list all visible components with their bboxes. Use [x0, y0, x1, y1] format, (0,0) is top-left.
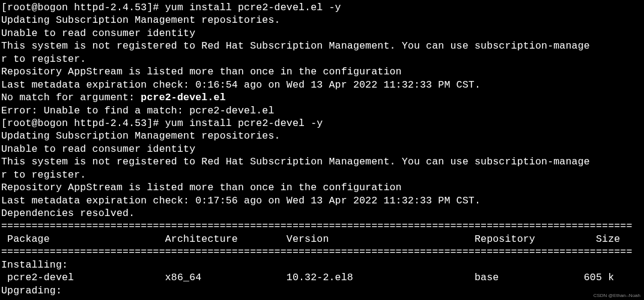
- table-divider: ========================================…: [1, 220, 643, 232]
- prompt-prefix: [root@bogon httpd-2.4.53]#: [1, 118, 165, 129]
- nomatch-text: No match for argument:: [1, 92, 141, 103]
- nomatch-arg: pcre2-devel.el: [141, 92, 225, 103]
- command-text: yum install pcre2-devel.el -y: [165, 2, 341, 13]
- output-line: Repository AppStream is listed more than…: [1, 65, 643, 78]
- output-line: r to register.: [1, 169, 643, 181]
- output-line: Updating Subscription Management reposit…: [1, 14, 643, 26]
- output-line: Unable to read consumer identity: [1, 27, 643, 40]
- output-line: Dependencies resolved.: [1, 207, 643, 220]
- table-row: pcre2-devel x86_64 10.32-2.el8 base 605 …: [1, 271, 643, 284]
- output-line: Updating Subscription Management reposit…: [1, 130, 643, 142]
- output-line: Error: Unable to find a match: pcre2-dev…: [1, 104, 643, 117]
- prompt-line-1: [root@bogon httpd-2.4.53]# yum install p…: [1, 1, 643, 14]
- output-line: Last metadata expiration check: 0:17:56 …: [1, 194, 643, 207]
- output-line: r to register.: [1, 53, 643, 65]
- output-line: Repository AppStream is listed more than…: [1, 181, 643, 194]
- output-line: This system is not registered to Red Hat…: [1, 155, 643, 168]
- table-divider: ========================================…: [1, 245, 643, 258]
- output-line: This system is not registered to Red Hat…: [1, 40, 643, 52]
- section-upgrading: Upgrading:: [1, 284, 643, 297]
- output-line: Unable to read consumer identity: [1, 143, 643, 155]
- watermark: CSDN @Ethan--Noah: [594, 293, 640, 299]
- section-installing: Installing:: [1, 259, 643, 271]
- prompt-prefix: [root@bogon httpd-2.4.53]#: [1, 2, 165, 13]
- output-line: Last metadata expiration check: 0:16:54 …: [1, 79, 643, 91]
- prompt-line-2: [root@bogon httpd-2.4.53]# yum install p…: [1, 117, 643, 130]
- table-header: Package Architecture Version Repository …: [1, 233, 643, 245]
- output-line: No match for argument: pcre2-devel.el: [1, 91, 643, 104]
- command-text: yum install pcre2-devel -y: [165, 118, 323, 129]
